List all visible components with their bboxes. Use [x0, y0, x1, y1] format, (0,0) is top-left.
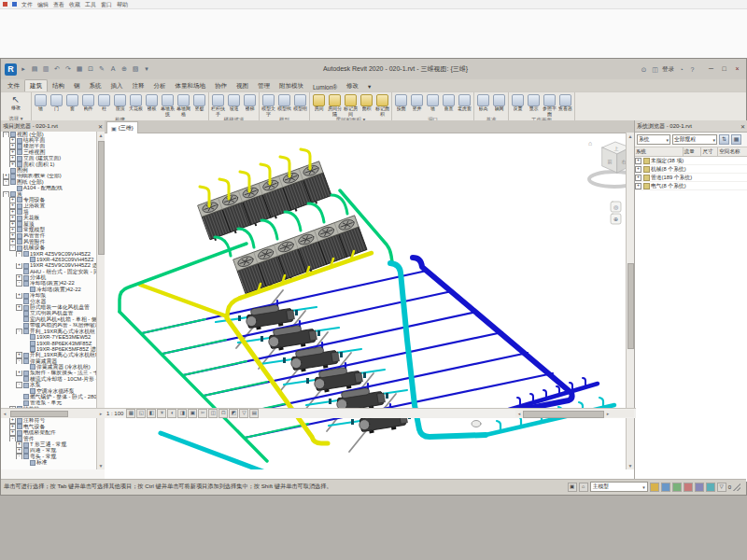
scale-button[interactable]: 1 : 100: [106, 411, 123, 416]
qat-button[interactable]: ▸: [19, 64, 28, 74]
tree-expander-icon[interactable]: +: [635, 183, 641, 189]
ribbon-button[interactable]: 构件: [80, 93, 96, 117]
status-filter-icon[interactable]: [684, 483, 693, 492]
ribbon-button[interactable]: 门: [49, 93, 64, 117]
tree-expander-icon[interactable]: +: [635, 158, 641, 164]
view-control-icon[interactable]: ▣: [188, 409, 197, 418]
titlebar-icon[interactable]: ⊙: [640, 65, 648, 74]
view-control-icon[interactable]: ☀: [157, 409, 166, 418]
toolbar-icon[interactable]: ▦: [731, 134, 741, 145]
tree-item[interactable]: - 开利_19XR离心式冷水机组 进出水管: [1, 329, 97, 334]
ribbon-tab[interactable]: 系统: [85, 80, 106, 91]
ribbon-button[interactable]: 幕墙系统: [160, 93, 176, 117]
titlebar-icon[interactable]: ◫: [651, 65, 659, 74]
ribbon-tab[interactable]: Lumion®: [308, 82, 342, 91]
qat-button[interactable]: ▥: [41, 64, 50, 74]
canvas-hscrollbar[interactable]: ◂ ▸: [515, 410, 634, 417]
tree-expander-icon[interactable]: +: [635, 166, 641, 173]
ribbon-button[interactable]: 老虎窗: [457, 93, 472, 117]
toolbar-icon[interactable]: ⇅: [719, 134, 729, 145]
view-control-icon[interactable]: ▤: [249, 409, 259, 418]
ribbon-tab[interactable]: 协作: [210, 80, 232, 91]
3d-model-view[interactable]: 上 前 右 ⌂ ◎ ⊕: [105, 133, 627, 469]
ribbon-button[interactable]: 轴网: [491, 93, 507, 117]
selection-filter-icon[interactable]: ▽: [717, 483, 726, 492]
ribbon-tab[interactable]: 注释: [128, 80, 149, 91]
system-row[interactable]: + 管道(189 个系统): [635, 174, 747, 182]
view-control-icon[interactable]: ◩: [229, 409, 238, 418]
scroll-right-icon[interactable]: ▸: [97, 410, 105, 417]
view-control-icon[interactable]: ▦: [126, 409, 135, 418]
sign-in-label[interactable]: 登录: [662, 65, 674, 74]
ribbon-button[interactable]: 模型组: [292, 93, 308, 117]
tree-expander-icon[interactable]: +: [9, 161, 16, 167]
view-control-icon[interactable]: ⊡: [218, 409, 228, 418]
ribbon-button[interactable]: 窗: [64, 93, 80, 117]
ribbon-button[interactable]: 房间: [311, 93, 327, 117]
canvas-vscrollbar[interactable]: ▲ ▼: [626, 133, 634, 469]
host-menu-item[interactable]: 窗口: [101, 1, 112, 8]
drawing-area[interactable]: ▣ {三维}: [105, 120, 634, 479]
qat-button[interactable]: ⊕: [120, 64, 129, 74]
qat-button[interactable]: ▦: [75, 64, 84, 74]
ribbon-tab[interactable]: 附加模块: [275, 80, 308, 91]
qat-button[interactable]: ▾: [142, 64, 151, 74]
ribbon-button[interactable]: 屋顶: [112, 93, 128, 117]
qat-button[interactable]: ↶: [52, 64, 62, 74]
ribbon-button[interactable]: 标记房间: [343, 93, 359, 117]
scrollbar-thumb[interactable]: [10, 411, 68, 417]
tree-expander-icon[interactable]: -: [16, 251, 22, 257]
window-control-button[interactable]: ×: [731, 63, 743, 75]
design-options-dropdown[interactable]: 主模型▾: [590, 482, 648, 492]
ribbon-button[interactable]: 查看器: [557, 93, 573, 117]
ribbon-tab[interactable]: 钢: [69, 80, 85, 91]
scroll-down-icon[interactable]: ▼: [627, 462, 634, 469]
host-menu-item[interactable]: 编辑: [37, 1, 49, 8]
status-filter-icon[interactable]: [650, 483, 659, 492]
ribbon-button[interactable]: 模型线: [276, 93, 292, 117]
qat-button[interactable]: ✎: [97, 64, 106, 74]
ribbon-button[interactable]: 面积: [359, 93, 374, 117]
ribbon-tab[interactable]: 体量和场地: [171, 80, 211, 91]
scrollbar-thumb[interactable]: [98, 141, 105, 255]
tree-expander-icon[interactable]: -: [9, 245, 16, 250]
ribbon-tab[interactable]: 文件: [3, 80, 24, 91]
systems-dropdown[interactable]: 系统▾: [637, 134, 670, 145]
ribbon-button[interactable]: 竖井: [409, 93, 425, 117]
pan-icon[interactable]: ⊕: [613, 217, 618, 222]
status-filter-icon[interactable]: [661, 483, 670, 492]
steering-wheel-icon[interactable]: ◎: [613, 204, 618, 210]
qat-button[interactable]: ▧: [131, 64, 140, 74]
scroll-right-icon[interactable]: ▸: [604, 410, 612, 417]
status-icon[interactable]: ⌂: [579, 483, 588, 492]
view-control-icon[interactable]: ◐: [167, 409, 176, 418]
ribbon-button[interactable]: 坡道: [226, 93, 242, 117]
qat-button[interactable]: ↷: [63, 64, 73, 74]
scroll-up-icon[interactable]: ▲: [627, 133, 634, 140]
tree-expander-icon[interactable]: -: [16, 281, 22, 287]
ribbon-button[interactable]: 标记面积: [374, 93, 390, 117]
ribbon-button[interactable]: 参照平面: [542, 93, 557, 117]
ribbon-tab[interactable]: 插入: [106, 80, 128, 91]
system-row[interactable]: + 未指定(38 项): [635, 157, 747, 165]
ribbon-tab[interactable]: 建筑: [24, 79, 48, 91]
ribbon-tab[interactable]: ▾: [363, 81, 375, 91]
qat-button[interactable]: ⊡: [86, 64, 95, 74]
status-filter-icon[interactable]: [672, 483, 682, 492]
resize-grip[interactable]: [733, 483, 740, 491]
system-row[interactable]: + 电气(8 个系统): [635, 182, 747, 190]
ribbon-button[interactable]: 柱: [96, 93, 112, 117]
ribbon-button[interactable]: 垂直: [441, 93, 457, 117]
tree-expander-icon[interactable]: -: [9, 436, 16, 441]
close-icon[interactable]: ✕: [739, 123, 747, 130]
tree-expander-icon[interactable]: +: [16, 293, 22, 299]
titlebar-icon[interactable]: ◔: [677, 65, 685, 74]
viewcube[interactable]: 上 前 右 ⌂: [588, 140, 627, 187]
view-control-icon[interactable]: ◧: [147, 409, 156, 418]
ribbon-tab[interactable]: 视图: [232, 80, 253, 91]
status-filter-icon[interactable]: [695, 483, 704, 492]
tree-item[interactable]: 标准: [1, 459, 97, 465]
view-control-icon[interactable]: ▽: [239, 409, 248, 418]
ribbon-tab[interactable]: 结构: [48, 80, 69, 91]
ribbon-button[interactable]: 竖梃: [191, 93, 207, 117]
